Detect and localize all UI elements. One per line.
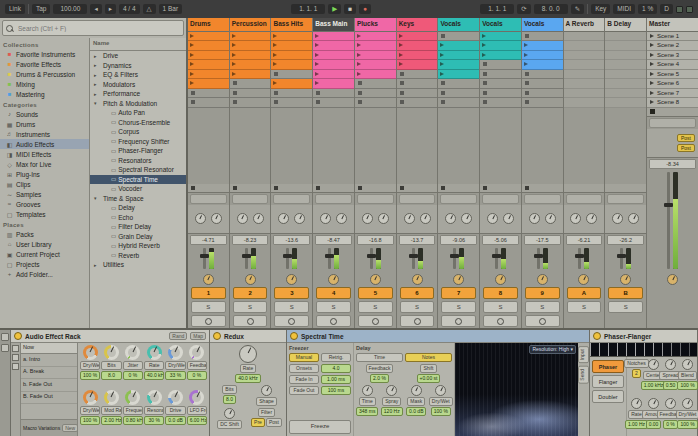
track-activator-button[interactable]: 2 — [233, 287, 268, 299]
tree-expand-arrow-icon[interactable]: ▾ — [94, 195, 99, 201]
clip-slot[interactable] — [480, 98, 521, 108]
clip-slot[interactable] — [605, 51, 646, 61]
send-a-knob[interactable] — [612, 213, 623, 224]
clip-slot[interactable] — [271, 60, 312, 70]
clip-slot[interactable] — [522, 41, 563, 51]
clip-slot[interactable] — [188, 70, 229, 80]
macro-value[interactable]: 0.80 kHz — [123, 416, 143, 425]
clip-slot[interactable] — [355, 41, 396, 51]
macro-value[interactable]: 30 % — [144, 416, 164, 425]
send-b-post-toggle[interactable]: Post — [677, 144, 695, 152]
clip-slot[interactable] — [564, 70, 605, 80]
clip-slot[interactable] — [313, 98, 354, 108]
arm-button[interactable] — [441, 315, 476, 327]
browser-tree-item[interactable]: ▭ Phaser-Flanger — [90, 146, 186, 156]
pan-knob[interactable] — [412, 274, 423, 285]
stop-clips-icon[interactable] — [358, 186, 362, 190]
clip-slot[interactable] — [480, 79, 521, 89]
param-value[interactable]: 100 % — [677, 420, 697, 429]
delay-time-value[interactable]: 348 ms — [356, 407, 378, 416]
clip-slot[interactable] — [605, 89, 646, 99]
macro-value[interactable]: 33 % — [165, 371, 185, 380]
clip-slot[interactable] — [397, 98, 438, 108]
browser-tree-item[interactable]: ▭ Chorus-Ensemble — [90, 118, 186, 128]
browser-sidebar-item[interactable]: ♪ Sounds — [0, 109, 89, 119]
chain-list-header[interactable]: Now — [21, 343, 77, 354]
solo-button[interactable]: S — [358, 301, 393, 313]
freeze-retrigger-toggle[interactable]: Retrig. — [321, 353, 351, 362]
delay-time-knob[interactable] — [362, 385, 373, 396]
macro-knob[interactable] — [83, 345, 98, 360]
arm-button[interactable] — [233, 315, 268, 327]
browser-sidebar-item[interactable]: ▤ Clips — [0, 179, 89, 189]
send-b-knob[interactable] — [420, 213, 431, 224]
stop-clips-icon[interactable] — [191, 186, 195, 190]
scene-slot[interactable]: Scene 4 — [647, 60, 698, 70]
clip-slot[interactable] — [564, 32, 605, 42]
clip-slot[interactable] — [230, 89, 271, 99]
fader-handle[interactable] — [617, 254, 626, 258]
clip-slot[interactable] — [271, 51, 312, 61]
solo-button[interactable]: S — [233, 301, 268, 313]
search-input[interactable] — [16, 24, 180, 33]
redux-rate-knob[interactable] — [239, 345, 257, 363]
solo-button[interactable]: S — [441, 301, 476, 313]
solo-button[interactable]: S — [400, 301, 435, 313]
redux-dc-shift-knob[interactable] — [224, 408, 235, 419]
browser-tree-item[interactable]: ▭ Delay — [90, 203, 186, 213]
clip-slot[interactable] — [313, 41, 354, 51]
mode-tab[interactable]: Doubler — [592, 390, 624, 403]
browser-tree-item[interactable]: ▭ Grain Delay — [90, 232, 186, 242]
clip-stop-button-row[interactable] — [480, 184, 521, 193]
solo-button[interactable]: S — [483, 301, 518, 313]
browser-sidebar-item[interactable]: ∼ Samples — [0, 189, 89, 199]
macro-value[interactable]: 6.00 Hz — [187, 416, 207, 425]
tree-expand-arrow-icon[interactable]: ▾ — [94, 100, 99, 106]
stop-clips-icon[interactable] — [400, 186, 404, 190]
clip-slot[interactable] — [522, 60, 563, 70]
arrangement-position-field[interactable]: 1. 1. 1 — [291, 4, 325, 14]
clip-slot[interactable] — [355, 98, 396, 108]
time-signature-field[interactable]: 4 / 4 — [119, 4, 140, 14]
volume-fader[interactable] — [578, 248, 581, 270]
tree-expand-arrow-icon[interactable]: ▸ — [94, 72, 99, 78]
link-toggle[interactable]: Link — [5, 4, 25, 14]
send-a-knob[interactable] — [487, 213, 498, 224]
clip-slot[interactable] — [480, 32, 521, 42]
param-value[interactable]: 0 % — [663, 420, 678, 429]
clip-slot[interactable] — [397, 89, 438, 99]
mode-tab[interactable]: Flanger — [592, 375, 624, 388]
send-a-knob[interactable] — [320, 213, 331, 224]
scene-play-icon[interactable] — [650, 43, 654, 47]
clip-slot[interactable] — [230, 98, 271, 108]
clip-slot[interactable] — [480, 70, 521, 80]
scene-slot[interactable]: Scene 8 — [647, 98, 698, 108]
clip-stop-button-row[interactable] — [647, 108, 698, 117]
redux-filter-pre-toggle[interactable]: Pre — [251, 418, 265, 427]
freeze-button[interactable]: Freeze — [289, 420, 351, 434]
arm-button[interactable] — [400, 315, 435, 327]
clip-slot[interactable] — [188, 41, 229, 51]
browser-sidebar-item[interactable]: ⊞ Plug-Ins — [0, 169, 89, 179]
arm-button[interactable] — [274, 315, 309, 327]
clip-stop-button-row[interactable] — [522, 184, 563, 193]
macro-knob[interactable] — [147, 390, 162, 405]
browser-tree-item[interactable]: ▾ Time & Space — [90, 194, 186, 204]
rack-chain-row[interactable]: a. Intro — [21, 354, 77, 367]
stop-clips-icon[interactable] — [316, 186, 320, 190]
clip-slot[interactable] — [313, 89, 354, 99]
send-b-knob[interactable] — [503, 213, 514, 224]
freeze-manual-toggle[interactable]: Manual — [289, 353, 319, 362]
macro-value[interactable]: 0.0 dB — [165, 416, 185, 425]
send-a-knob[interactable] — [278, 213, 289, 224]
volume-fader[interactable] — [412, 248, 415, 270]
volume-fader[interactable] — [203, 248, 206, 270]
clip-slot[interactable] — [230, 41, 271, 51]
fader-handle[interactable] — [367, 254, 376, 258]
clip-slot[interactable] — [564, 60, 605, 70]
scene-play-icon[interactable] — [650, 34, 654, 38]
solo-button[interactable]: S — [274, 301, 309, 313]
track-header[interactable]: Vocals — [522, 18, 563, 32]
scene-play-icon[interactable] — [650, 91, 654, 95]
volume-readout[interactable]: -13.7 — [399, 235, 436, 245]
